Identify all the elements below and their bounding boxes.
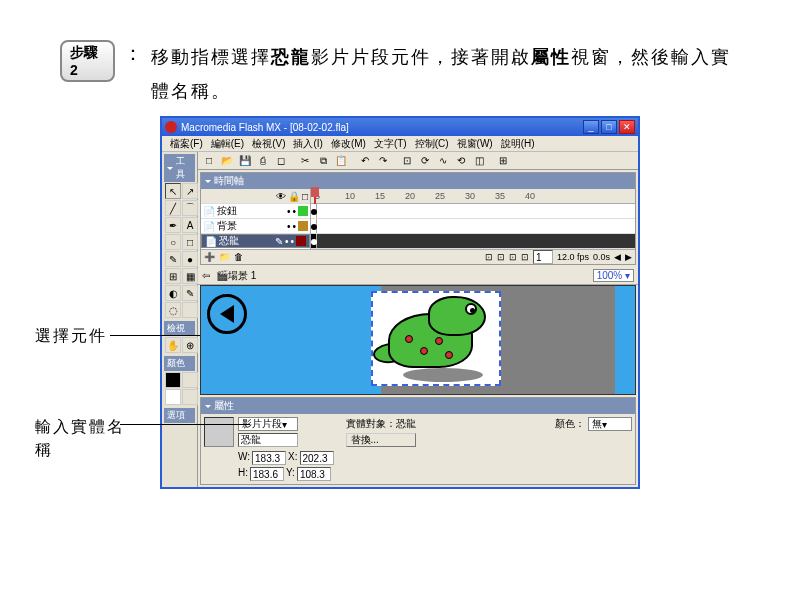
rect-tool-icon[interactable]: □ bbox=[182, 234, 198, 250]
onion2-icon[interactable]: ⊡ bbox=[497, 252, 505, 262]
smooth-icon[interactable]: ⟳ bbox=[417, 153, 433, 169]
color-effect-select[interactable]: 無 ▾ bbox=[588, 417, 632, 431]
open-icon[interactable]: 📂 bbox=[219, 153, 235, 169]
swap-button[interactable]: 替換... bbox=[346, 433, 416, 447]
frame-ruler[interactable]: 510152025303540 bbox=[311, 189, 635, 204]
snap-icon[interactable]: ⊡ bbox=[399, 153, 415, 169]
brush-tool-icon[interactable]: ● bbox=[182, 251, 198, 267]
width-input[interactable]: 183.3 bbox=[252, 451, 286, 465]
timeline-header[interactable]: 時間軸 bbox=[201, 173, 635, 189]
onion4-icon[interactable]: ⊡ bbox=[521, 252, 529, 262]
target-label: 實體對象： bbox=[346, 417, 396, 431]
rotate-icon[interactable]: ⟲ bbox=[453, 153, 469, 169]
dino-head bbox=[428, 296, 486, 336]
layer-icon: 📄 bbox=[205, 235, 217, 247]
timeline-controls: ➕ 📁 🗑 ⊡ ⊡ ⊡ ⊡ 1 12.0 fps 0.0s ◀▶ bbox=[201, 249, 635, 264]
back-icon[interactable]: ⇦ bbox=[202, 270, 210, 281]
current-frame: 1 bbox=[533, 250, 553, 264]
menu-view[interactable]: 檢視(V) bbox=[248, 137, 289, 151]
preview-icon[interactable]: ◻ bbox=[273, 153, 289, 169]
print-icon[interactable]: ⎙ bbox=[255, 153, 271, 169]
redo-icon[interactable]: ↷ bbox=[375, 153, 391, 169]
fps-label: 12.0 fps bbox=[557, 252, 589, 262]
pen-tool-icon[interactable]: ✒ bbox=[165, 217, 181, 233]
time-label: 0.0s bbox=[593, 252, 610, 262]
menu-file[interactable]: 檔案(F) bbox=[166, 137, 207, 151]
fill-color-icon[interactable] bbox=[165, 389, 181, 405]
oval-tool-icon[interactable]: ○ bbox=[165, 234, 181, 250]
x-input[interactable]: 202.3 bbox=[300, 451, 334, 465]
subselect-tool-icon[interactable]: ↗ bbox=[182, 183, 198, 199]
y-label: Y: bbox=[286, 467, 295, 481]
layer-header: 👁🔒□ bbox=[201, 189, 310, 204]
menu-window[interactable]: 視窗(W) bbox=[453, 137, 497, 151]
annotation-name: 輸入實體名稱 bbox=[35, 416, 125, 461]
layer-row[interactable]: 📄 背景 •• bbox=[201, 219, 310, 234]
instance-name-input[interactable]: 恐龍 bbox=[238, 433, 298, 447]
titlebar[interactable]: Macromedia Flash MX - [08-02-02.fla] _ □… bbox=[162, 118, 638, 136]
new-icon[interactable]: □ bbox=[201, 153, 217, 169]
menu-insert[interactable]: 插入(I) bbox=[289, 137, 326, 151]
timeline-tracks[interactable]: 510152025303540 bbox=[311, 189, 635, 249]
menu-help[interactable]: 說明(H) bbox=[497, 137, 539, 151]
onion-icon[interactable]: ⊡ bbox=[485, 252, 493, 262]
h-label: H: bbox=[238, 467, 248, 481]
properties-header[interactable]: 屬性 bbox=[201, 398, 635, 414]
fill-swap-icon[interactable] bbox=[182, 389, 198, 405]
instruction-text: 移動指標選擇恐龍影片片段元件，接著開啟屬性視窗，然後輸入實體名稱。 bbox=[151, 40, 740, 108]
transform-tool-icon[interactable]: ⊞ bbox=[165, 268, 181, 284]
align-icon[interactable]: ⊞ bbox=[495, 153, 511, 169]
lasso-tool-icon[interactable]: ⌒ bbox=[182, 200, 198, 216]
colors-header: 顏色 bbox=[164, 356, 195, 371]
fill-tool-icon[interactable]: ▦ bbox=[182, 268, 198, 284]
colon: ： bbox=[123, 40, 143, 67]
add-folder-icon[interactable]: 📁 bbox=[219, 252, 230, 262]
menu-text[interactable]: 文字(T) bbox=[370, 137, 411, 151]
save-icon[interactable]: 💾 bbox=[237, 153, 253, 169]
menu-modify[interactable]: 修改(M) bbox=[327, 137, 370, 151]
dinosaur-movieclip[interactable] bbox=[371, 291, 501, 386]
menu-edit[interactable]: 編輯(E) bbox=[207, 137, 248, 151]
line-tool-icon[interactable]: ╱ bbox=[165, 200, 181, 216]
hand-tool-icon[interactable]: ✋ bbox=[165, 337, 181, 353]
copy-icon[interactable]: ⧉ bbox=[315, 153, 331, 169]
text-tool-icon[interactable]: A bbox=[182, 217, 198, 233]
menu-control[interactable]: 控制(C) bbox=[411, 137, 453, 151]
main-toolbar: □ 📂 💾 ⎙ ◻ ✂ ⧉ 📋 ↶ ↷ ⊡ ⟳ bbox=[198, 152, 638, 170]
stroke-swap-icon[interactable] bbox=[182, 372, 198, 388]
stage-canvas[interactable] bbox=[200, 285, 636, 395]
layer-row[interactable]: 📄 按鈕 •• bbox=[201, 204, 310, 219]
zoom-select[interactable]: 100% ▾ bbox=[593, 269, 634, 282]
close-button[interactable]: ✕ bbox=[619, 120, 635, 134]
height-input[interactable]: 183.6 bbox=[250, 467, 284, 481]
paste-icon[interactable]: 📋 bbox=[333, 153, 349, 169]
eyedrop-tool-icon[interactable]: ✎ bbox=[182, 285, 198, 301]
cut-icon[interactable]: ✂ bbox=[297, 153, 313, 169]
eraser-tool-icon[interactable]: ◌ bbox=[165, 302, 181, 318]
minimize-button[interactable]: _ bbox=[583, 120, 599, 134]
maximize-button[interactable]: □ bbox=[601, 120, 617, 134]
undo-icon[interactable]: ↶ bbox=[357, 153, 373, 169]
scene-name[interactable]: 場景 1 bbox=[228, 269, 256, 283]
add-layer-icon[interactable]: ➕ bbox=[204, 252, 215, 262]
timeline-panel: 時間軸 👁🔒□ 📄 按鈕 •• bbox=[200, 172, 636, 265]
pencil-tool-icon[interactable]: ✎ bbox=[165, 251, 181, 267]
layer-icon: 📄 bbox=[203, 205, 215, 217]
tools-header[interactable]: 工具 bbox=[164, 154, 195, 182]
stage-bg bbox=[615, 286, 635, 394]
onion3-icon[interactable]: ⊡ bbox=[509, 252, 517, 262]
track-row[interactable] bbox=[311, 204, 635, 219]
ink-tool-icon[interactable]: ◐ bbox=[165, 285, 181, 301]
track-row-selected[interactable] bbox=[311, 234, 635, 249]
layer-row-selected[interactable]: 📄 恐龍 ✎•• bbox=[201, 234, 310, 248]
scale-icon[interactable]: ◫ bbox=[471, 153, 487, 169]
zoom-tool-icon[interactable]: ⊕ bbox=[182, 337, 198, 353]
stroke-color-icon[interactable] bbox=[165, 372, 181, 388]
view-header: 檢視 bbox=[164, 321, 195, 336]
track-row[interactable] bbox=[311, 219, 635, 234]
arrow-tool-icon[interactable]: ↖ bbox=[165, 183, 181, 199]
straight-icon[interactable]: ∿ bbox=[435, 153, 451, 169]
step-badge: 步驟 2 bbox=[60, 40, 115, 82]
delete-layer-icon[interactable]: 🗑 bbox=[234, 252, 243, 262]
y-input[interactable]: 108.3 bbox=[297, 467, 331, 481]
